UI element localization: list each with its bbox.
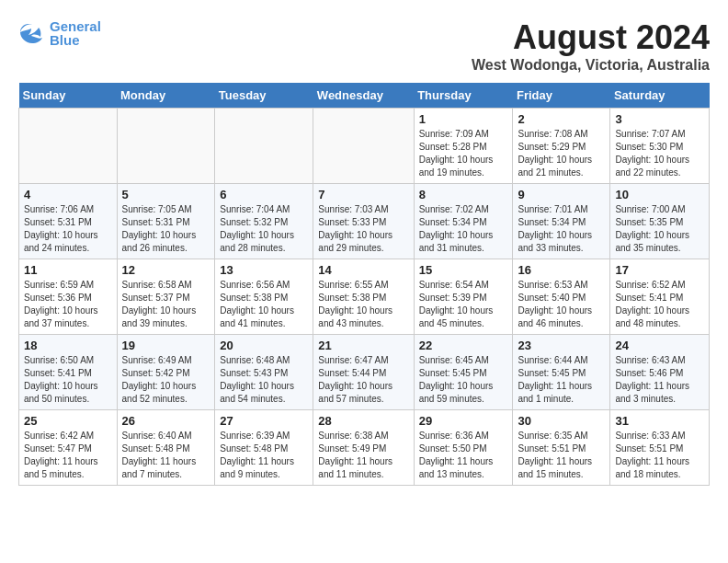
page-header: General Blue August 2024 West Wodonga, V… [18,18,710,74]
calendar-cell: 17Sunrise: 6:52 AM Sunset: 5:41 PM Dayli… [610,259,710,335]
day-info: Sunrise: 6:49 AM Sunset: 5:42 PM Dayligh… [122,354,210,406]
day-number: 10 [615,188,704,201]
calendar-cell: 26Sunrise: 6:40 AM Sunset: 5:48 PM Dayli… [117,410,215,486]
calendar-cell: 21Sunrise: 6:47 AM Sunset: 5:44 PM Dayli… [313,335,414,410]
day-number: 7 [318,188,408,201]
logo-text2: Blue [50,34,101,47]
day-info: Sunrise: 6:59 AM Sunset: 5:36 PM Dayligh… [24,279,112,330]
header-wednesday: Wednesday [313,83,414,109]
day-info: Sunrise: 6:43 AM Sunset: 5:46 PM Dayligh… [615,354,704,406]
header-friday: Friday [513,83,610,109]
calendar-header: Sunday Monday Tuesday Wednesday Thursday… [19,83,710,109]
logo: General Blue [18,18,101,47]
day-number: 31 [615,414,704,428]
day-number: 3 [615,112,704,126]
calendar-title-block: August 2024 West Wodonga, Victoria, Aust… [472,18,710,74]
day-info: Sunrise: 6:55 AM Sunset: 5:38 PM Dayligh… [318,279,408,330]
logo-icon [18,21,46,43]
header-monday: Monday [117,83,215,109]
calendar-cell: 6Sunrise: 7:04 AM Sunset: 5:32 PM Daylig… [215,184,313,259]
day-number: 13 [220,263,308,277]
calendar-week-0: 1Sunrise: 7:09 AM Sunset: 5:28 PM Daylig… [19,109,710,184]
day-number: 29 [419,414,508,428]
day-number: 18 [24,339,112,352]
day-number: 16 [518,263,605,277]
day-info: Sunrise: 6:35 AM Sunset: 5:51 PM Dayligh… [518,430,605,481]
header-sunday: Sunday [19,83,118,109]
day-number: 4 [24,188,112,201]
calendar-cell: 12Sunrise: 6:58 AM Sunset: 5:37 PM Dayli… [117,259,215,335]
calendar-cell: 9Sunrise: 7:01 AM Sunset: 5:34 PM Daylig… [513,184,610,259]
header-row: Sunday Monday Tuesday Wednesday Thursday… [19,83,710,109]
day-number: 11 [24,263,112,277]
calendar-title: August 2024 [472,18,710,57]
day-info: Sunrise: 6:52 AM Sunset: 5:41 PM Dayligh… [615,279,704,330]
calendar-cell: 22Sunrise: 6:45 AM Sunset: 5:45 PM Dayli… [414,335,513,410]
calendar-cell: 2Sunrise: 7:08 AM Sunset: 5:29 PM Daylig… [513,109,610,184]
calendar-cell: 30Sunrise: 6:35 AM Sunset: 5:51 PM Dayli… [513,410,610,486]
calendar-cell [19,109,118,184]
calendar-cell: 19Sunrise: 6:49 AM Sunset: 5:42 PM Dayli… [117,335,215,410]
day-number: 19 [122,339,210,352]
day-number: 15 [419,263,508,277]
header-saturday: Saturday [610,83,710,109]
day-info: Sunrise: 7:09 AM Sunset: 5:28 PM Dayligh… [419,128,508,179]
calendar-cell: 25Sunrise: 6:42 AM Sunset: 5:47 PM Dayli… [19,410,118,486]
day-info: Sunrise: 7:02 AM Sunset: 5:34 PM Dayligh… [419,203,508,255]
calendar-cell: 16Sunrise: 6:53 AM Sunset: 5:40 PM Dayli… [513,259,610,335]
day-info: Sunrise: 6:38 AM Sunset: 5:49 PM Dayligh… [318,430,408,481]
calendar-cell: 28Sunrise: 6:38 AM Sunset: 5:49 PM Dayli… [313,410,414,486]
calendar-cell: 7Sunrise: 7:03 AM Sunset: 5:33 PM Daylig… [313,184,414,259]
calendar-week-4: 25Sunrise: 6:42 AM Sunset: 5:47 PM Dayli… [19,410,710,486]
day-info: Sunrise: 6:45 AM Sunset: 5:45 PM Dayligh… [419,354,508,406]
calendar-cell [117,109,215,184]
calendar-cell: 5Sunrise: 7:05 AM Sunset: 5:31 PM Daylig… [117,184,215,259]
day-info: Sunrise: 7:06 AM Sunset: 5:31 PM Dayligh… [24,203,112,255]
day-info: Sunrise: 7:01 AM Sunset: 5:34 PM Dayligh… [518,203,605,255]
day-info: Sunrise: 6:53 AM Sunset: 5:40 PM Dayligh… [518,279,605,330]
header-tuesday: Tuesday [215,83,313,109]
calendar-cell: 23Sunrise: 6:44 AM Sunset: 5:45 PM Dayli… [513,335,610,410]
calendar-cell [313,109,414,184]
calendar-cell: 8Sunrise: 7:02 AM Sunset: 5:34 PM Daylig… [414,184,513,259]
day-number: 2 [518,112,605,126]
day-number: 5 [122,188,210,201]
day-number: 12 [122,263,210,277]
calendar-subtitle: West Wodonga, Victoria, Australia [472,57,710,74]
day-info: Sunrise: 7:04 AM Sunset: 5:32 PM Dayligh… [220,203,308,255]
day-number: 25 [24,414,112,428]
day-number: 20 [220,339,308,352]
day-info: Sunrise: 6:40 AM Sunset: 5:48 PM Dayligh… [122,430,210,481]
calendar-cell: 3Sunrise: 7:07 AM Sunset: 5:30 PM Daylig… [610,109,710,184]
calendar-week-2: 11Sunrise: 6:59 AM Sunset: 5:36 PM Dayli… [19,259,710,335]
calendar-cell: 29Sunrise: 6:36 AM Sunset: 5:50 PM Dayli… [414,410,513,486]
day-info: Sunrise: 7:07 AM Sunset: 5:30 PM Dayligh… [615,128,704,179]
day-number: 6 [220,188,308,201]
day-number: 28 [318,414,408,428]
calendar-cell: 20Sunrise: 6:48 AM Sunset: 5:43 PM Dayli… [215,335,313,410]
day-number: 27 [220,414,308,428]
day-info: Sunrise: 6:33 AM Sunset: 5:51 PM Dayligh… [615,430,704,481]
calendar-cell: 11Sunrise: 6:59 AM Sunset: 5:36 PM Dayli… [19,259,118,335]
day-number: 22 [419,339,508,352]
header-thursday: Thursday [414,83,513,109]
calendar-week-1: 4Sunrise: 7:06 AM Sunset: 5:31 PM Daylig… [19,184,710,259]
day-number: 1 [419,112,508,126]
day-info: Sunrise: 6:44 AM Sunset: 5:45 PM Dayligh… [518,354,605,406]
day-info: Sunrise: 6:54 AM Sunset: 5:39 PM Dayligh… [419,279,508,330]
calendar-cell: 1Sunrise: 7:09 AM Sunset: 5:28 PM Daylig… [414,109,513,184]
calendar-week-3: 18Sunrise: 6:50 AM Sunset: 5:41 PM Dayli… [19,335,710,410]
day-info: Sunrise: 6:42 AM Sunset: 5:47 PM Dayligh… [24,430,112,481]
day-info: Sunrise: 6:56 AM Sunset: 5:38 PM Dayligh… [220,279,308,330]
day-number: 14 [318,263,408,277]
day-info: Sunrise: 7:00 AM Sunset: 5:35 PM Dayligh… [615,203,704,255]
day-info: Sunrise: 6:36 AM Sunset: 5:50 PM Dayligh… [419,430,508,481]
calendar-body: 1Sunrise: 7:09 AM Sunset: 5:28 PM Daylig… [19,109,710,486]
day-info: Sunrise: 6:50 AM Sunset: 5:41 PM Dayligh… [24,354,112,406]
day-number: 24 [615,339,704,352]
calendar-cell: 15Sunrise: 6:54 AM Sunset: 5:39 PM Dayli… [414,259,513,335]
day-number: 17 [615,263,704,277]
day-info: Sunrise: 7:03 AM Sunset: 5:33 PM Dayligh… [318,203,408,255]
day-number: 9 [518,188,605,201]
day-number: 21 [318,339,408,352]
